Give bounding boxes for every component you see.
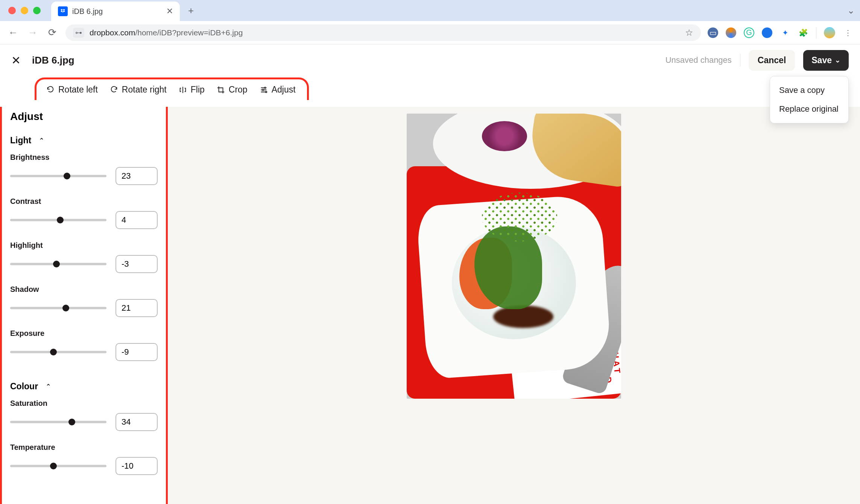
crop-button[interactable]: Crop <box>217 85 248 95</box>
contrast-slider[interactable] <box>10 216 106 224</box>
rotate-left-button[interactable]: Rotate left <box>46 85 98 95</box>
tab-close-icon[interactable]: ✕ <box>166 6 173 16</box>
saturation-input[interactable]: 34 <box>115 413 158 431</box>
temperature-slider[interactable] <box>10 462 106 470</box>
close-editor-button[interactable]: ✕ <box>11 54 21 67</box>
temperature-control: Temperature -10 <box>10 443 158 475</box>
back-button[interactable]: ← <box>7 26 20 39</box>
tabs-dropdown-icon[interactable]: ⌄ <box>847 5 860 16</box>
save-dropdown-menu: Save a copy Replace original <box>770 76 849 123</box>
editor-toolbar: Rotate left Rotate right Flip Crop Adjus… <box>35 77 309 100</box>
extension-icon[interactable]: ✦ <box>780 27 790 38</box>
flip-icon <box>179 86 187 94</box>
save-button[interactable]: Save ⌄ <box>803 50 849 71</box>
save-a-copy-item[interactable]: Save a copy <box>770 81 848 100</box>
saturation-slider[interactable] <box>10 418 106 426</box>
svg-point-0 <box>264 87 266 88</box>
reload-button[interactable]: ⟳ <box>46 26 59 39</box>
light-section-header[interactable]: Light ⌃ <box>10 135 158 146</box>
shadow-input[interactable]: 21 <box>115 299 158 317</box>
dropbox-favicon <box>58 6 68 16</box>
chevron-up-icon: ⌃ <box>46 383 51 391</box>
cancel-button[interactable]: Cancel <box>749 50 795 71</box>
exposure-control: Exposure -9 <box>10 329 158 361</box>
url-text: dropbox.com/home/iDB?preview=iDB+6.jpg <box>90 28 243 37</box>
forward-button[interactable]: → <box>26 26 39 39</box>
save-button-label: Save <box>811 55 832 65</box>
image-preview[interactable] <box>407 114 621 399</box>
rotate-left-icon <box>46 86 55 94</box>
site-info-icon[interactable]: ⊶ <box>73 28 84 38</box>
browser-tab[interactable]: iDB 6.jpg ✕ <box>51 2 180 21</box>
extension-icon[interactable]: G <box>744 27 754 38</box>
svg-point-1 <box>262 89 264 91</box>
window-controls <box>8 7 41 14</box>
saturation-control: Saturation 34 <box>10 399 158 431</box>
adjust-icon <box>260 86 268 94</box>
extensions-tray: ▭ G ✦ 🧩 ⋮ <box>708 27 853 38</box>
crop-icon <box>217 86 225 94</box>
window-zoom[interactable] <box>33 7 41 14</box>
extension-icon[interactable]: ▭ <box>708 27 718 38</box>
extensions-menu-icon[interactable]: 🧩 <box>798 27 808 38</box>
colour-section-header[interactable]: Colour ⌃ <box>10 381 158 392</box>
highlight-input[interactable]: -3 <box>115 255 158 273</box>
tab-strip: iDB 6.jpg ✕ + ⌄ <box>0 0 860 21</box>
contrast-input[interactable]: 4 <box>115 211 158 229</box>
replace-original-item[interactable]: Replace original <box>770 100 848 118</box>
shadow-slider[interactable] <box>10 304 106 312</box>
contrast-control: Contrast 4 <box>10 197 158 229</box>
browser-chrome: iDB 6.jpg ✕ + ⌄ ← → ⟳ ⊶ dropbox.com/home… <box>0 0 860 44</box>
new-tab-button[interactable]: + <box>188 5 194 17</box>
address-bar-row: ← → ⟳ ⊶ dropbox.com/home/iDB?preview=iDB… <box>0 21 860 44</box>
canvas-area <box>168 107 860 504</box>
brightness-slider[interactable] <box>10 172 106 180</box>
brightness-input[interactable]: 23 <box>115 167 158 185</box>
editor-main: Adjust Light ⌃ Brightness 23 Contrast 4 … <box>0 107 860 504</box>
chevron-down-icon: ⌄ <box>835 56 840 64</box>
extension-icon[interactable] <box>726 27 736 38</box>
exposure-slider[interactable] <box>10 348 106 356</box>
divider <box>816 27 816 38</box>
editor-toolbar-wrap: Rotate left Rotate right Flip Crop Adjus… <box>0 76 860 107</box>
rotate-right-icon <box>110 86 118 94</box>
tab-title: iDB 6.jpg <box>72 7 162 16</box>
extension-icon[interactable] <box>762 27 772 38</box>
divider <box>740 54 740 67</box>
shadow-control: Shadow 21 <box>10 285 158 317</box>
highlight-slider[interactable] <box>10 260 106 268</box>
window-close[interactable] <box>8 7 16 14</box>
file-title: iDB 6.jpg <box>32 55 74 66</box>
svg-point-2 <box>265 91 267 93</box>
exposure-input[interactable]: -9 <box>115 343 158 361</box>
window-minimize[interactable] <box>21 7 28 14</box>
temperature-input[interactable]: -10 <box>115 457 158 475</box>
rotate-right-button[interactable]: Rotate right <box>110 85 167 95</box>
unsaved-changes-label: Unsaved changes <box>666 55 732 65</box>
bookmark-star-icon[interactable]: ☆ <box>685 27 693 38</box>
highlight-control: Highlight -3 <box>10 241 158 273</box>
panel-title: Adjust <box>10 111 158 123</box>
profile-avatar[interactable] <box>824 27 835 38</box>
editor-header: ✕ iDB 6.jpg Unsaved changes Cancel Save … <box>0 44 860 76</box>
browser-menu-icon[interactable]: ⋮ <box>843 27 853 38</box>
address-bar[interactable]: ⊶ dropbox.com/home/iDB?preview=iDB+6.jpg… <box>65 24 701 41</box>
flip-button[interactable]: Flip <box>179 85 205 95</box>
chevron-up-icon: ⌃ <box>39 137 44 145</box>
adjust-button[interactable]: Adjust <box>260 85 296 95</box>
brightness-control: Brightness 23 <box>10 153 158 185</box>
adjust-panel: Adjust Light ⌃ Brightness 23 Contrast 4 … <box>0 107 168 504</box>
